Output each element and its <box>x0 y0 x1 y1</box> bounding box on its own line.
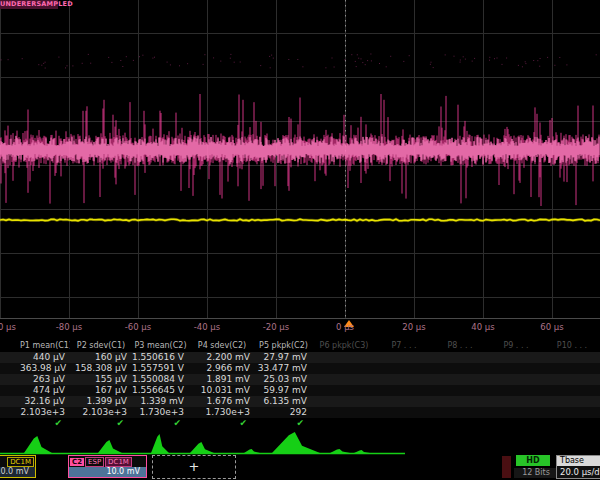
add-trace-button[interactable]: + <box>152 455 236 479</box>
histicon-peak <box>190 442 214 453</box>
histicon-peak <box>244 449 260 453</box>
measure-value-cell <box>488 396 544 407</box>
measure-value-cell: 25.03 mV <box>255 374 312 385</box>
timebase-title: Tbase <box>557 456 600 466</box>
measure-value-cell: 1.730e+3 <box>189 407 255 418</box>
c2-noise-speckle <box>1 54 597 68</box>
c2-coupling-badge: DC1M <box>105 457 132 467</box>
measure-stats-row: 32.16 µV1.399 µV1.339 mV1.676 mV6.135 mV <box>0 396 600 407</box>
time-axis-label: -60 µs <box>125 322 151 332</box>
measure-value-cell <box>432 363 488 374</box>
measure-value-cell <box>376 363 432 374</box>
measure-value-cell: 1.676 mV <box>189 396 255 407</box>
measure-value-cell <box>376 407 432 418</box>
measure-value-cell <box>432 407 488 418</box>
measure-col-header-P4[interactable]: P4 sdev(C2) <box>189 340 255 352</box>
measure-value-cell: 167 µV <box>70 385 132 396</box>
histicon-peak <box>354 450 370 453</box>
c2-name-badge: C2 <box>70 458 84 466</box>
measure-value-cell <box>432 374 488 385</box>
time-axis-label: 20 µs <box>402 322 425 332</box>
channel-c2-descriptor[interactable]: C2 ESP DC1M 10.0 mV <box>68 455 147 478</box>
c2-vdiv-value: 10.0 mV <box>69 467 146 477</box>
measure-stats-row: 440 µV160 µV1.550616 V2.200 mV27.97 mV <box>0 352 600 363</box>
time-axis: -100 µs-80 µs-60 µs-40 µs-20 µs0 µs20 µs… <box>0 320 600 336</box>
measure-value-cell: 6.135 mV <box>255 396 312 407</box>
measure-value-cell <box>544 374 600 385</box>
measure-col-header-P1[interactable]: P1 mean(C1) <box>20 340 70 352</box>
measure-col-header-P10[interactable]: P10 . . . <box>544 340 600 352</box>
hd-mode-badge: HD <box>516 455 550 466</box>
time-axis-label: -20 µs <box>263 322 289 332</box>
measure-value-cell <box>376 352 432 363</box>
measure-value-cell: 2.103e+3 <box>20 407 70 418</box>
measure-stats-row: 263 µV155 µV1.550084 V1.891 mV25.03 mV <box>0 374 600 385</box>
measure-value-cell <box>544 352 600 363</box>
measure-col-header-P5[interactable]: P5 pkpk(C2) <box>255 340 312 352</box>
oscilloscope-screen: UNDERERSAMPLED -100 µs-80 µs-60 µs-40 µs… <box>0 0 600 480</box>
measure-col-header-P8[interactable]: P8 . . . <box>432 340 488 352</box>
histicon-peak <box>330 449 350 453</box>
measure-value-cell <box>432 352 488 363</box>
histicon-peak <box>151 434 169 453</box>
time-axis-label: -40 µs <box>194 322 220 332</box>
c1-coupling-badge: DC1M <box>7 457 34 467</box>
measure-value-cell: 33.477 mV <box>255 363 312 374</box>
measure-col-header-P2[interactable]: P2 sdev(C1) <box>70 340 132 352</box>
c1-vdiv-value: 10.0 mV <box>0 467 35 477</box>
measure-value-cell <box>432 396 488 407</box>
measure-col-header-P6[interactable]: P6 pkpk(C3) <box>312 340 376 352</box>
measure-value-cell <box>488 352 544 363</box>
histicon-peak <box>24 436 52 453</box>
graticule-and-traces <box>0 0 600 320</box>
measure-value-cell <box>488 363 544 374</box>
hd-bits-label: 12 Bits <box>514 468 558 478</box>
measure-value-cell <box>312 374 376 385</box>
measurement-histicons <box>0 424 600 458</box>
measure-col-header-P9[interactable]: P9 . . . <box>488 340 544 352</box>
channel-c1-descriptor[interactable]: DC1M 10.0 mV <box>0 455 36 478</box>
c2-esp-badge: ESP <box>85 457 104 467</box>
measure-value-cell: 27.97 mV <box>255 352 312 363</box>
measure-value-cell <box>376 385 432 396</box>
measure-value-cell: 1.730e+3 <box>132 407 189 418</box>
measure-value-cell: 1.556645 V <box>132 385 189 396</box>
measure-value-cell <box>312 352 376 363</box>
measure-value-cell <box>544 407 600 418</box>
measure-value-cell: 158.308 µV <box>70 363 132 374</box>
measurement-table: P1 mean(C1)P2 sdev(C1)P3 mean(C2)P4 sdev… <box>0 340 600 429</box>
time-axis-label: -100 µs <box>0 322 16 332</box>
measure-value-cell <box>488 374 544 385</box>
measure-col-header-P7[interactable]: P7 . . . <box>376 340 432 352</box>
measure-value-cell <box>544 385 600 396</box>
measure-value-cell <box>312 396 376 407</box>
measure-value-cell: 160 µV <box>70 352 132 363</box>
time-axis-label: 0 µs <box>336 322 354 332</box>
measure-value-cell: 263 µV <box>20 374 70 385</box>
timebase-descriptor[interactable]: Tbase 20.0 µs/div <box>556 455 600 479</box>
histicon-peak <box>272 432 320 453</box>
histicon-peak <box>98 440 122 453</box>
measure-value-cell: 363.98 µV <box>20 363 70 374</box>
descriptor-box-partial <box>502 456 511 478</box>
time-axis-label: 60 µs <box>540 322 563 332</box>
measure-value-cell: 59.97 mV <box>255 385 312 396</box>
measure-value-cell: 292 <box>255 407 312 418</box>
measure-value-cell: 2.103e+3 <box>70 407 132 418</box>
measure-value-cell: 2.200 mV <box>189 352 255 363</box>
measure-col-header-P3[interactable]: P3 mean(C2) <box>132 340 189 352</box>
measure-value-cell: 155 µV <box>70 374 132 385</box>
measure-value-cell <box>432 385 488 396</box>
time-axis-label: -80 µs <box>56 322 82 332</box>
measure-value-cell: 2.966 mV <box>189 363 255 374</box>
measure-stats-row: 474 µV167 µV1.556645 V10.031 mV59.97 mV <box>0 385 600 396</box>
measure-value-cell <box>312 385 376 396</box>
timebase-value: 20.0 µs/div <box>557 466 600 478</box>
measure-value-cell: 1.399 µV <box>70 396 132 407</box>
measure-value-cell: 440 µV <box>20 352 70 363</box>
measure-value-cell <box>544 363 600 374</box>
measure-value-cell <box>312 363 376 374</box>
measure-value-cell: 32.16 µV <box>20 396 70 407</box>
measure-stats-row: 2.103e+32.103e+31.730e+31.730e+3292 <box>0 407 600 418</box>
measure-value-cell <box>376 396 432 407</box>
